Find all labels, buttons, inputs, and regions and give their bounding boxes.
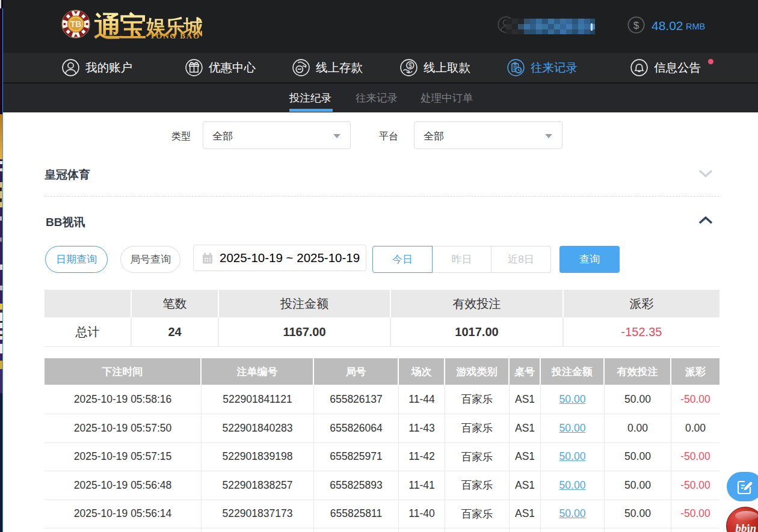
svg-text:TB: TB: [70, 19, 82, 29]
svg-text:$: $: [408, 61, 412, 69]
svg-text:$: $: [633, 20, 639, 31]
